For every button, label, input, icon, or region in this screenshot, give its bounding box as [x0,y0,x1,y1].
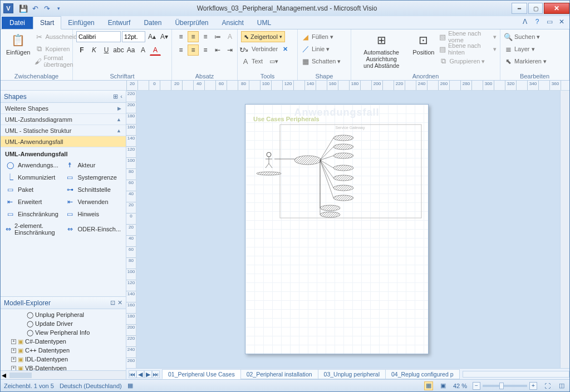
page-last-icon[interactable]: ⏭ [152,370,160,378]
bullets-button[interactable]: ≔ [212,31,223,42]
tree-leaf[interactable]: ◯ Update Driver [3,319,124,328]
fill-button[interactable]: ◢Füllen ▾ [301,31,333,42]
macro-icon[interactable]: ▦ [127,382,133,389]
stencil-shape[interactable]: ▭Hinweis [64,209,123,220]
window-restore-icon[interactable]: ▭ [545,18,554,26]
align-top-button[interactable]: ≡ [175,31,186,42]
tab-uml[interactable]: UML [250,17,278,29]
group-button[interactable]: ⧉Gruppieren ▾ [439,56,497,67]
font-shrink-icon[interactable]: A▾ [159,31,170,42]
page-tab[interactable]: 02_Peripheral installation [240,369,318,379]
indent-button[interactable]: ⇥ [224,44,235,56]
font-name-select[interactable] [76,31,121,42]
minimize-button[interactable]: ━ [512,3,527,14]
view-normal-icon[interactable]: ▦ [424,381,433,390]
bold-button[interactable]: F [76,44,87,56]
page-first-icon[interactable]: ⏮ [129,370,136,378]
tree-leaf[interactable]: ◯ Unplug Peripheral [3,310,124,319]
view-fullscreen-icon[interactable]: ▣ [439,381,448,390]
stencil-shape[interactable]: ☨Akteur [64,160,123,171]
zoom-in-button[interactable]: + [529,382,537,390]
case-button[interactable]: Aa [125,44,136,56]
align-right-button[interactable]: ≡ [200,44,211,56]
undo-icon[interactable]: ↶ [30,3,40,13]
vertical-scrollbar[interactable] [560,91,569,368]
tree-folder[interactable]: + ▣ IDL-Datentypen [3,355,124,364]
shape-category[interactable]: UML-Anwendungsfall [1,136,126,147]
underline-button[interactable]: U [101,44,112,56]
help-icon[interactable]: ? [533,18,542,26]
clear-format-button[interactable]: A [224,31,235,42]
maximize-button[interactable]: ▢ [528,3,543,14]
zoom-slider[interactable] [483,385,527,387]
outdent-button[interactable]: ⇤ [212,44,223,56]
font-color-button[interactable]: A [150,44,161,56]
tree-folder[interactable]: + ▣ C++ Datentypen [3,346,124,355]
italic-button[interactable]: K [89,44,100,56]
tree-folder[interactable]: + ▣ C#-Datentypen [3,337,124,346]
shapes-collapse-icon[interactable]: ⊞ [113,93,118,100]
align-left-button[interactable]: ≡ [175,44,186,56]
position-button[interactable]: ⊡ Position [410,31,436,57]
window-close-icon[interactable]: ✕ [557,18,566,26]
stencil-shape[interactable]: ▭Systemgrenze [64,172,123,183]
tab-start[interactable]: Start [33,16,61,29]
stencil-shape[interactable]: ◯Anwendungs... [4,160,63,171]
page-hscroll[interactable] [463,371,570,378]
rect-shape-icon[interactable]: ▭▾ [269,58,278,65]
pointer-tool-button[interactable]: ⬉Zeigertool▾ [241,31,285,42]
zoom-out-button[interactable]: − [473,382,480,390]
close-button[interactable]: ✕ [544,3,569,14]
line-button[interactable]: ／Linie ▾ [301,43,330,54]
page-next-icon[interactable]: ▶ [144,370,152,378]
tab-view[interactable]: Ansicht [215,17,250,29]
explorer-pin-icon[interactable]: ⊡ [110,299,115,306]
paste-button[interactable]: 📋 Einfügen [4,31,32,57]
page-tab[interactable]: 04_Replug configured p [385,369,460,379]
tab-insert[interactable]: Einfügen [61,17,101,29]
stencil-shape[interactable]: ⎿Kommuniziert [4,172,63,183]
save-icon[interactable]: 💾 [18,3,28,13]
switch-window-icon[interactable]: ◫ [557,381,566,390]
shadow-button[interactable]: ▦Schatten ▾ [301,56,341,67]
layer-button[interactable]: ≣Layer ▾ [504,43,535,54]
send-backward-button[interactable]: ▨Ebene nach hinten ▾ [439,43,497,54]
strike-button[interactable]: abc [113,44,124,56]
redo-icon[interactable]: ↷ [42,3,52,13]
stencil-shape[interactable]: ▭Einschränkung [4,209,63,220]
connector-tool-button[interactable]: ↘Verbinder ✕ [241,43,288,54]
explorer-close-icon[interactable]: ✕ [117,299,122,306]
page-prev-icon[interactable]: ◀ [136,370,144,378]
stencil-shape[interactable]: ⇔ODER-Einsch... [64,221,123,237]
shapes-menu-icon[interactable]: ‹ [120,93,122,100]
font-size2-button[interactable]: A [137,44,149,56]
page-tab[interactable]: 01_Peripheral Use Cases [162,369,241,379]
stencil-shape[interactable]: ▭Paket [4,184,63,195]
tab-review[interactable]: Überprüfen [168,17,215,29]
stencil-shape[interactable]: ⇔2-element. Einschränkung [4,221,63,237]
explorer-hscroll[interactable]: ◂ [1,370,126,379]
align-center-button[interactable]: ≡ [188,44,199,56]
shape-category[interactable]: UML-Zustandsdiagramm▲ [1,114,126,125]
tree-folder[interactable]: + ▣ VB-Datentypen [3,364,124,370]
shape-category[interactable]: UML - Statische Struktur▲ [1,125,126,136]
ribbon-minimize-icon[interactable]: ᐱ [520,18,529,26]
page-tab[interactable]: 03_Unplug peripheral [318,369,386,379]
font-grow-icon[interactable]: A▴ [146,31,158,42]
tab-design[interactable]: Entwurf [101,17,137,29]
qat-more-icon[interactable]: ▾ [53,3,63,13]
stencil-shape[interactable]: ⊶Schnittstelle [64,184,123,195]
text-tool-button[interactable]: AText ▭▾ [241,56,278,67]
select-button[interactable]: ⬉Markieren ▾ [504,56,547,67]
find-button[interactable]: 🔍Suchen ▾ [504,31,540,42]
language-indicator[interactable]: Deutsch (Deutschland) [60,383,122,389]
align-middle-button[interactable]: ≡ [188,31,199,42]
more-shapes-row[interactable]: Weitere Shapes▶ [1,103,126,114]
file-tab[interactable]: Datei [2,17,33,29]
zoom-value[interactable]: 42 % [453,383,467,389]
tab-data[interactable]: Daten [137,17,168,29]
auto-align-button[interactable]: ⊞ Automatische Ausrichtung und Abstände [355,31,408,70]
stencil-shape[interactable]: ⇤Verwenden [64,196,123,207]
drawing-canvas[interactable]: Anwendungsfall Use Cases Peripherals [136,91,560,368]
fit-page-icon[interactable]: ⛶ [543,381,552,390]
